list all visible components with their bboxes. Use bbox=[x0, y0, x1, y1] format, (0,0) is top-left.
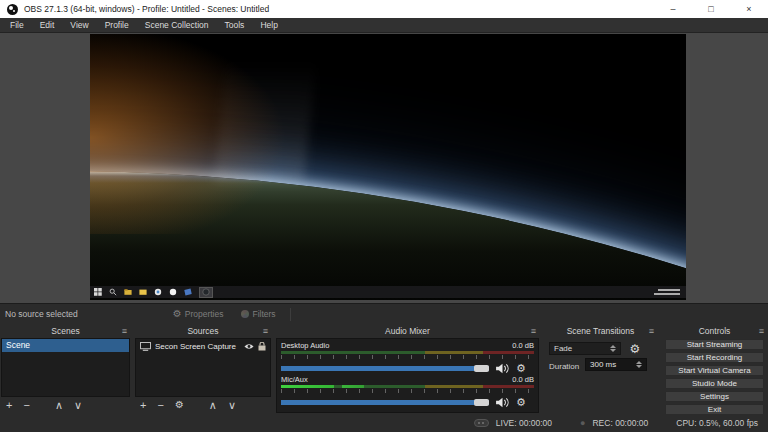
desktop-audio-channel: Desktop Audio 0.0 dB ⚙ bbox=[281, 341, 534, 374]
atmosphere-orange-glow bbox=[90, 34, 370, 234]
stream-status-icon bbox=[474, 419, 489, 427]
transitions-panel-menu-icon[interactable]: ≡ bbox=[649, 324, 654, 338]
preview-area bbox=[0, 33, 768, 303]
mixer-body: Desktop Audio 0.0 dB ⚙ Mic/Aux 0 bbox=[276, 338, 539, 413]
live-timer: LIVE: 00:00:00 bbox=[496, 418, 552, 428]
windows-start-icon bbox=[94, 288, 102, 296]
mic-aux-meter-ticks bbox=[281, 389, 534, 393]
desktop-audio-label: Desktop Audio bbox=[281, 341, 329, 350]
source-properties-button[interactable]: ⚙ bbox=[175, 400, 184, 410]
volume-fill bbox=[281, 400, 489, 405]
lock-icon[interactable] bbox=[258, 342, 266, 351]
taskbar-explorer-icon bbox=[124, 288, 132, 296]
studio-mode-button[interactable]: Studio Mode bbox=[665, 378, 764, 389]
clock-date-line bbox=[654, 293, 680, 295]
sources-panel-menu-icon[interactable]: ≡ bbox=[263, 324, 268, 338]
start-recording-button[interactable]: Start Recording bbox=[665, 352, 764, 363]
start-streaming-button[interactable]: Start Streaming bbox=[665, 339, 764, 350]
audio-mixer-panel: Audio Mixer ≡ Desktop Audio 0.0 dB ⚙ bbox=[275, 324, 540, 414]
desktop-audio-meter-ticks bbox=[281, 355, 534, 359]
menu-edit[interactable]: Edit bbox=[32, 20, 63, 30]
controls-buttons: Start Streaming Start Recording Start Vi… bbox=[665, 339, 764, 414]
scenes-list[interactable]: Scene bbox=[1, 338, 130, 397]
transition-settings-button[interactable]: ⚙ bbox=[627, 341, 643, 356]
toolbar-divider bbox=[290, 308, 291, 321]
remove-source-button[interactable]: − bbox=[157, 400, 163, 411]
menu-view[interactable]: View bbox=[62, 20, 96, 30]
desktop-audio-volume-slider[interactable] bbox=[281, 366, 489, 371]
scene-down-button[interactable]: ∨ bbox=[74, 400, 82, 411]
volume-handle[interactable] bbox=[474, 365, 489, 372]
add-source-button[interactable]: + bbox=[140, 400, 146, 411]
menu-file[interactable]: File bbox=[2, 20, 32, 30]
combo-arrows-icon bbox=[610, 345, 616, 352]
sources-panel-header: Sources ≡ bbox=[134, 324, 272, 338]
source-list-item[interactable]: Secon Screen Capture bbox=[136, 339, 270, 353]
scene-transitions-panel: Scene Transitions ≡ Fade ⚙ Duration 300 … bbox=[543, 324, 658, 414]
transition-select[interactable]: Fade bbox=[549, 342, 621, 355]
scenes-panel-menu-icon[interactable]: ≡ bbox=[122, 324, 127, 338]
menu-profile[interactable]: Profile bbox=[97, 20, 137, 30]
rec-status-icon: ● bbox=[580, 419, 585, 428]
mixer-panel-menu-icon[interactable]: ≡ bbox=[531, 324, 536, 338]
remove-scene-button[interactable]: − bbox=[23, 400, 29, 411]
filters-button[interactable]: Filters bbox=[241, 309, 275, 319]
settings-button[interactable]: Settings bbox=[665, 391, 764, 402]
source-up-button[interactable]: ∧ bbox=[209, 400, 217, 411]
speaker-icon[interactable] bbox=[495, 363, 510, 374]
properties-gear-icon: ⚙ bbox=[173, 309, 182, 319]
mic-aux-channel: Mic/Aux 0.0 dB ⚙ bbox=[281, 375, 534, 408]
spinbox-arrows-icon[interactable] bbox=[636, 361, 642, 368]
taskbar-app-icon bbox=[169, 288, 177, 296]
scene-preview[interactable] bbox=[90, 34, 686, 300]
captured-taskbar bbox=[90, 286, 686, 298]
scene-list-item[interactable]: Scene bbox=[2, 339, 129, 352]
add-scene-button[interactable]: + bbox=[6, 400, 12, 411]
sources-toolbar: + − ⚙ ∧ ∨ bbox=[135, 397, 271, 413]
taskbar-clock bbox=[654, 289, 680, 295]
title-bar: OBS 27.1.3 (64-bit, windows) - Profile: … bbox=[0, 0, 768, 18]
scenes-toolbar: + − ∧ ∨ bbox=[1, 397, 130, 413]
menu-tools[interactable]: Tools bbox=[217, 20, 253, 30]
mic-aux-settings-icon[interactable]: ⚙ bbox=[516, 397, 526, 408]
duration-label: Duration bbox=[549, 360, 579, 373]
mixer-panel-header: Audio Mixer ≡ bbox=[275, 324, 540, 338]
display-source-icon bbox=[140, 342, 151, 351]
maximize-button[interactable]: □ bbox=[692, 0, 730, 18]
mixer-panel-title: Audio Mixer bbox=[385, 326, 430, 336]
source-down-button[interactable]: ∨ bbox=[228, 400, 236, 411]
mic-level-indicator bbox=[281, 385, 334, 388]
sources-panel-title: Sources bbox=[187, 326, 218, 336]
scenes-panel-title: Scenes bbox=[51, 326, 79, 336]
menu-scene-collection[interactable]: Scene Collection bbox=[137, 20, 217, 30]
transition-value: Fade bbox=[554, 344, 572, 353]
close-button[interactable]: × bbox=[730, 0, 768, 18]
sources-panel: Sources ≡ Secon Screen Capture + − ⚙ ∧ ∨ bbox=[134, 324, 272, 414]
volume-handle[interactable] bbox=[474, 399, 489, 406]
desktop-audio-settings-icon[interactable]: ⚙ bbox=[516, 363, 526, 374]
duration-spinbox[interactable]: 300 ms bbox=[585, 358, 647, 371]
scene-up-button[interactable]: ∧ bbox=[55, 400, 63, 411]
start-virtual-camera-button[interactable]: Start Virtual Camera bbox=[665, 365, 764, 376]
taskbar-steam-icon bbox=[184, 288, 192, 296]
controls-panel-menu-icon[interactable]: ≡ bbox=[759, 324, 764, 338]
controls-panel: Controls ≡ Start Streaming Start Recordi… bbox=[661, 324, 768, 414]
scenes-panel: Scenes ≡ Scene + − ∧ ∨ bbox=[0, 324, 131, 414]
duration-value: 300 ms bbox=[590, 360, 616, 369]
mic-aux-volume-slider[interactable] bbox=[281, 400, 489, 405]
properties-button[interactable]: ⚙ Properties bbox=[173, 309, 224, 319]
menu-help[interactable]: Help bbox=[252, 20, 285, 30]
mic-aux-meter bbox=[281, 385, 534, 388]
filters-label: Filters bbox=[252, 309, 275, 319]
sources-list[interactable]: Secon Screen Capture bbox=[135, 338, 271, 397]
controls-panel-title: Controls bbox=[699, 326, 731, 336]
mic-level-indicator2 bbox=[342, 385, 365, 388]
visibility-eye-icon[interactable] bbox=[244, 343, 254, 350]
mic-aux-label: Mic/Aux bbox=[281, 375, 308, 384]
speaker-icon[interactable] bbox=[495, 397, 510, 408]
status-bar: LIVE: 00:00:00 ● REC: 00:00:00 CPU: 0.5%… bbox=[0, 414, 768, 432]
controls-panel-header: Controls ≡ bbox=[661, 324, 768, 338]
minimize-button[interactable]: – bbox=[654, 0, 692, 18]
source-toolbar: No source selected ⚙ Properties Filters bbox=[0, 303, 768, 324]
scenes-panel-header: Scenes ≡ bbox=[0, 324, 131, 338]
